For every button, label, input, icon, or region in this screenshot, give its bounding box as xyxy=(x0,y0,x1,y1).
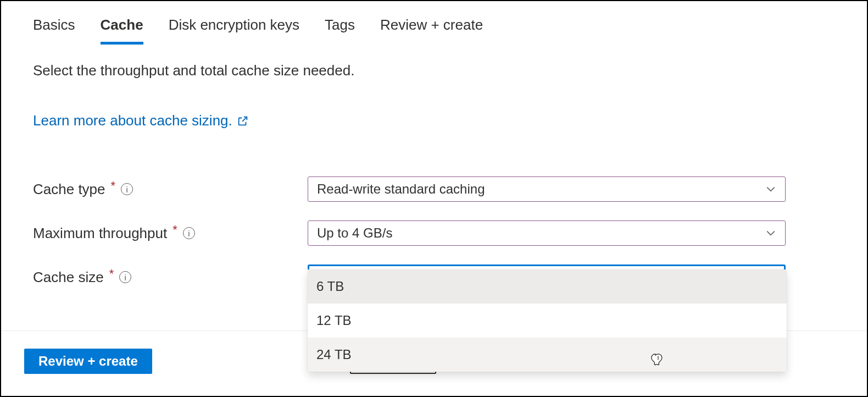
tab-cache[interactable]: Cache xyxy=(101,16,143,43)
info-icon[interactable]: i xyxy=(183,227,195,239)
required-asterisk: * xyxy=(109,267,114,281)
max-throughput-label-text: Maximum throughput xyxy=(33,225,167,242)
chevron-down-icon xyxy=(765,184,776,195)
cache-size-option[interactable]: 24 TB xyxy=(308,338,787,372)
review-create-button[interactable]: Review + create xyxy=(24,349,152,374)
max-throughput-label: Maximum throughput * i xyxy=(33,225,308,242)
tab-tags[interactable]: Tags xyxy=(325,16,355,43)
tab-basics[interactable]: Basics xyxy=(33,16,75,43)
max-throughput-value: Up to 4 GB/s xyxy=(317,225,392,241)
cache-type-select[interactable]: Read-write standard caching xyxy=(308,177,786,202)
cache-size-label-text: Cache size xyxy=(33,269,104,286)
learn-more-link[interactable]: Learn more about cache sizing. xyxy=(1,79,867,129)
cache-type-row: Cache type * i Read-write standard cachi… xyxy=(33,177,835,202)
cache-size-option[interactable]: 6 TB xyxy=(308,269,787,304)
required-asterisk: * xyxy=(173,223,177,237)
chevron-down-icon xyxy=(765,228,776,239)
tab-disk-encryption-keys[interactable]: Disk encryption keys xyxy=(169,16,299,43)
required-asterisk: * xyxy=(111,179,116,193)
tabs-bar: Basics Cache Disk encryption keys Tags R… xyxy=(1,1,867,43)
info-icon[interactable]: i xyxy=(119,271,131,283)
cache-type-label: Cache type * i xyxy=(33,181,308,198)
cache-type-label-text: Cache type xyxy=(33,181,105,198)
info-icon[interactable]: i xyxy=(121,183,133,195)
cache-form: Cache type * i Read-write standard cachi… xyxy=(1,129,867,290)
learn-more-text: Learn more about cache sizing. xyxy=(33,112,232,129)
cache-size-label: Cache size * i xyxy=(33,269,308,286)
max-throughput-row: Maximum throughput * i Up to 4 GB/s xyxy=(33,220,835,246)
cache-size-option[interactable]: 12 TB xyxy=(308,304,787,338)
external-link-icon xyxy=(237,115,249,127)
tab-description: Select the throughput and total cache si… xyxy=(1,43,867,79)
tab-review-create[interactable]: Review + create xyxy=(380,16,483,43)
cache-type-value: Read-write standard caching xyxy=(317,181,485,197)
cache-size-dropdown: 6 TB 12 TB 24 TB xyxy=(308,269,787,372)
max-throughput-select[interactable]: Up to 4 GB/s xyxy=(308,220,786,246)
